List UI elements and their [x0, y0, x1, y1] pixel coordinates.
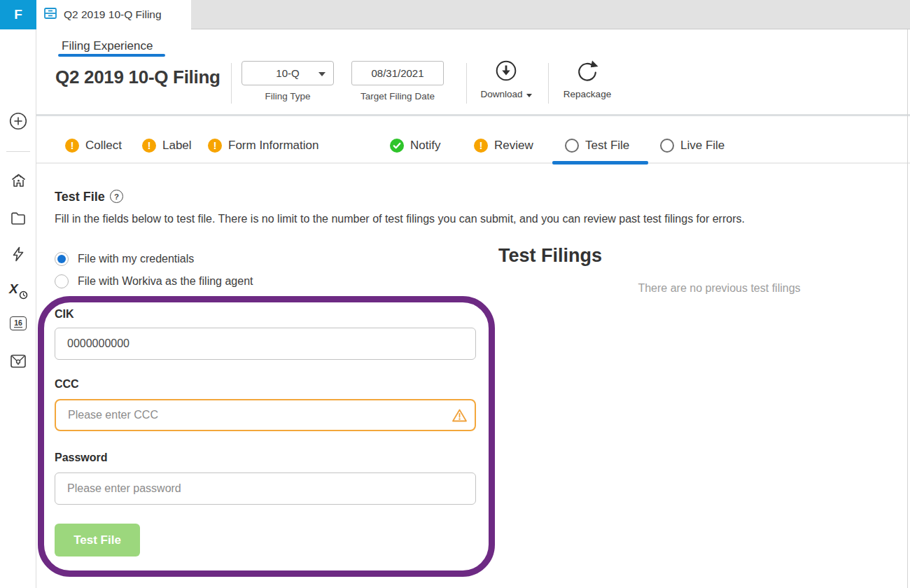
filing-type-select[interactable]: 10-Q: [241, 61, 334, 85]
step-label: Review: [494, 139, 533, 153]
test-filings-empty-message: There are no previous test filings: [522, 282, 910, 295]
empty-circle-icon: [565, 139, 579, 153]
warning-icon: !: [474, 139, 488, 153]
empty-circle-icon: [660, 139, 674, 153]
warning-icon: !: [208, 139, 222, 153]
toolbar-divider: [548, 63, 549, 104]
sidebar-divider: [6, 151, 30, 152]
xbrl-clock-icon: X: [9, 281, 27, 298]
step-notify[interactable]: Notify: [390, 139, 440, 153]
radio-unselected-icon[interactable]: [55, 274, 69, 288]
password-label: Password: [55, 451, 108, 464]
document-tab[interactable]: Q2 2019 10-Q Filing: [43, 0, 169, 29]
active-subtab-underline: [58, 54, 165, 57]
step-form-information[interactable]: ! Form Information: [208, 139, 318, 153]
lightning-icon: [10, 246, 27, 265]
download-button[interactable]: Download: [476, 59, 536, 99]
calendar-16-icon: 16: [10, 316, 27, 330]
idea-box-icon: [10, 354, 27, 372]
radio-label: File with my credentials: [78, 253, 194, 265]
sidebar-item-files[interactable]: [0, 211, 36, 229]
sidebar-item-calendar[interactable]: 16: [0, 316, 36, 330]
radio-label: File with Workiva as the filing agent: [78, 275, 253, 288]
step-label: Form Information: [228, 139, 318, 153]
cik-input[interactable]: [55, 328, 476, 360]
sidebar: X 16: [0, 29, 36, 588]
download-label: Download: [476, 89, 536, 99]
check-circle-icon: [390, 139, 404, 153]
app-logo[interactable]: F: [0, 0, 36, 29]
radio-selected-icon[interactable]: [55, 252, 69, 266]
active-step-underline: [552, 161, 648, 164]
filing-type-label: Filing Type: [241, 91, 334, 102]
home-icon: [10, 172, 27, 192]
sidebar-item-activity[interactable]: [0, 246, 36, 265]
tab-filing-experience[interactable]: Filing Experience: [62, 39, 153, 53]
ccc-input[interactable]: [55, 399, 476, 431]
step-label: Collect: [85, 139, 122, 153]
step-review[interactable]: ! Review: [474, 139, 533, 153]
radio-file-with-credentials[interactable]: File with my credentials: [55, 252, 194, 266]
repackage-button[interactable]: Repackage: [556, 59, 618, 99]
download-icon: [493, 74, 519, 86]
step-collect[interactable]: ! Collect: [65, 139, 122, 153]
page-title: Q2 2019 10-Q Filing: [55, 66, 220, 88]
repackage-label: Repackage: [556, 89, 618, 99]
chevron-down-icon: [318, 72, 326, 76]
content-right-edge: [907, 29, 908, 588]
target-filing-date-label: Target Filing Date: [346, 91, 449, 102]
step-live-file[interactable]: Live File: [660, 139, 724, 153]
step-label: Live File: [680, 139, 724, 153]
step-label[interactable]: ! Label: [142, 139, 192, 153]
sidebar-item-home[interactable]: [0, 172, 36, 192]
chevron-down-icon: [526, 94, 532, 97]
tab-title: Q2 2019 10-Q Filing: [64, 8, 162, 21]
filing-cabinet-icon: [43, 6, 57, 23]
repackage-refresh-icon: [575, 74, 600, 86]
header-divider: [36, 114, 910, 116]
filing-type-value: 10-Q: [276, 67, 299, 79]
toolbar-divider: [231, 63, 232, 104]
create-button[interactable]: [0, 112, 36, 133]
warning-icon: !: [142, 139, 156, 153]
folder-icon: [10, 211, 27, 229]
test-filings-title: Test Filings: [498, 245, 602, 267]
section-description: Fill in the fields below to test file. T…: [55, 213, 881, 225]
ccc-label: CCC: [55, 378, 79, 391]
sidebar-item-suggestions[interactable]: [0, 354, 36, 372]
steps-divider: [36, 162, 910, 164]
target-filing-date-value: 08/31/2021: [371, 67, 424, 79]
plus-circle-icon: [9, 112, 27, 133]
step-label: Label: [162, 139, 192, 153]
section-heading: Test File: [55, 190, 105, 204]
sidebar-item-xbrl-history[interactable]: X: [0, 281, 36, 298]
warning-icon: !: [65, 139, 79, 153]
step-test-file[interactable]: Test File: [565, 139, 629, 153]
step-label: Test File: [585, 139, 629, 153]
toolbar-divider: [466, 63, 467, 104]
radio-file-with-workiva[interactable]: File with Workiva as the filing agent: [55, 274, 253, 288]
cik-label: CIK: [55, 308, 74, 321]
tab-bar-background: [191, 0, 910, 29]
test-file-button[interactable]: Test File: [55, 524, 140, 556]
help-icon[interactable]: ?: [110, 190, 123, 203]
password-input[interactable]: [55, 472, 476, 505]
target-filing-date-input[interactable]: 08/31/2021: [351, 61, 444, 85]
step-label: Notify: [410, 139, 440, 153]
